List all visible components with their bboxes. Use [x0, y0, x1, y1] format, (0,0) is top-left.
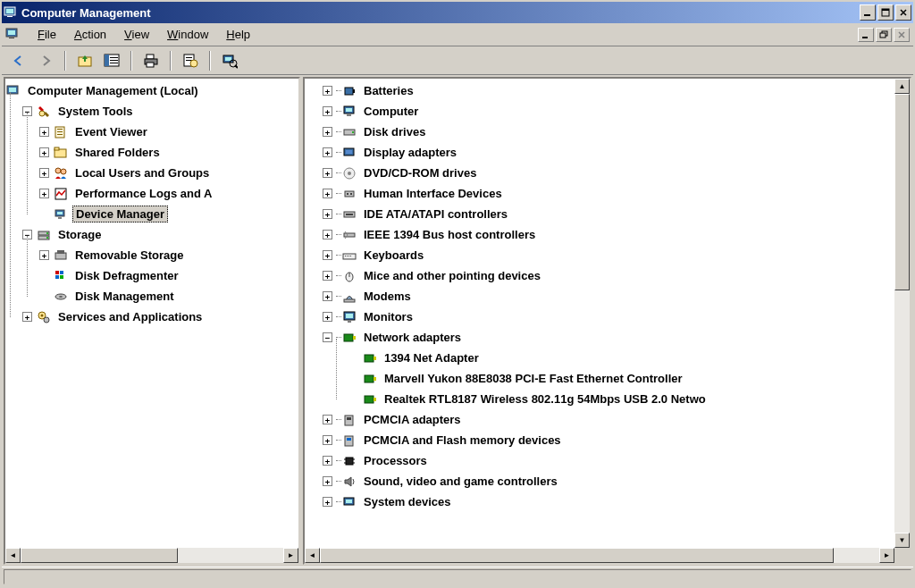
expand-icon[interactable]: +	[323, 86, 332, 96]
up-button[interactable]	[73, 49, 97, 72]
scroll-track[interactable]	[21, 548, 283, 563]
expand-icon[interactable]: +	[323, 312, 332, 322]
expand-icon[interactable]: +	[323, 230, 332, 239]
expand-icon[interactable]: +	[323, 189, 332, 198]
properties-button[interactable]	[179, 49, 202, 72]
dev-batteries[interactable]: + Batteries	[323, 80, 894, 101]
scroll-track[interactable]	[834, 548, 879, 563]
menu-action[interactable]: Action	[65, 25, 115, 44]
dev-monitors[interactable]: + Monitors	[323, 307, 894, 327]
left-scrollbar-h[interactable]: ◄ ►	[5, 548, 298, 563]
mdi-close-button[interactable]	[894, 28, 910, 42]
right-scrollbar-v[interactable]: ▲ ▼	[894, 79, 910, 548]
menu-view[interactable]: View	[115, 25, 158, 44]
expand-icon[interactable]: +	[39, 250, 49, 260]
svg-point-46	[46, 232, 48, 234]
scroll-right-button[interactable]: ►	[879, 548, 894, 563]
dev-ide[interactable]: + IDE ATA/ATAPI controllers	[323, 204, 894, 224]
dev-system-devices[interactable]: + System devices	[323, 491, 894, 512]
expand-icon[interactable]: +	[323, 147, 332, 157]
scan-hardware-button[interactable]	[218, 49, 241, 72]
expand-icon[interactable]: +	[323, 250, 332, 260]
dev-net1[interactable]: 1394 Net Adapter	[348, 348, 894, 368]
console-tree[interactable]: Computer Management (Local) − System Too…	[5, 79, 298, 548]
tree-label: System Tools	[55, 104, 136, 119]
expand-icon[interactable]: +	[39, 147, 49, 157]
device-tree[interactable]: + Batteries + Computer +	[305, 79, 894, 548]
dev-dvd[interactable]: + DVD/CD-ROM drives	[323, 163, 894, 183]
tree-system-tools[interactable]: − System Tools	[22, 101, 298, 122]
dev-ieee1394[interactable]: + IEEE 1394 Bus host controllers	[323, 224, 894, 245]
dev-modems[interactable]: + Modems	[323, 286, 894, 307]
expand-icon[interactable]: +	[323, 497, 332, 507]
svg-rect-94	[374, 398, 376, 401]
expand-icon[interactable]: +	[323, 291, 332, 301]
dev-hid[interactable]: + Human Interface Devices	[323, 183, 894, 204]
tree-services-apps[interactable]: + Services and Applications	[22, 307, 298, 327]
expand-icon[interactable]: +	[39, 127, 49, 137]
scroll-up-button[interactable]: ▲	[894, 79, 910, 94]
expand-icon[interactable]: +	[22, 312, 32, 322]
maximize-button[interactable]	[877, 4, 894, 21]
scroll-thumb[interactable]	[21, 548, 178, 563]
scroll-thumb[interactable]	[894, 94, 910, 290]
dev-display-adapters[interactable]: + Display adapters	[323, 142, 894, 163]
menu-help[interactable]: Help	[217, 25, 259, 44]
tree-disk-mgmt[interactable]: + Disk Management	[39, 286, 298, 307]
expand-icon[interactable]: +	[323, 456, 332, 466]
dev-keyboards[interactable]: + Keyboards	[323, 245, 894, 265]
dev-pcmcia[interactable]: + PCMCIA adapters	[323, 409, 894, 430]
tree-root[interactable]: Computer Management (Local)	[5, 80, 298, 101]
expand-icon[interactable]: +	[323, 435, 332, 445]
tree-removable-storage[interactable]: + Removable Storage	[39, 245, 298, 265]
print-button[interactable]	[139, 49, 163, 72]
right-scrollbar-h[interactable]: ◄ ►	[305, 548, 910, 563]
tree-event-viewer[interactable]: + Event Viewer	[39, 122, 298, 142]
tree-storage[interactable]: − Storage	[22, 224, 298, 245]
dev-processors[interactable]: + Processors	[323, 450, 894, 471]
scroll-track[interactable]	[894, 290, 910, 533]
keyboard-icon	[341, 248, 357, 264]
scroll-thumb[interactable]	[320, 548, 834, 563]
expand-icon[interactable]: +	[323, 106, 332, 116]
dev-computer[interactable]: + Computer	[323, 101, 894, 122]
expand-icon[interactable]: +	[323, 476, 332, 486]
close-button[interactable]	[895, 4, 911, 21]
scroll-right-button[interactable]: ►	[283, 548, 298, 563]
svg-rect-62	[346, 108, 352, 112]
tree-label: Shared Folders	[72, 145, 163, 160]
dev-mice[interactable]: + Mice and other pointing devices	[323, 265, 894, 286]
forward-button[interactable]	[34, 49, 57, 72]
tree-local-users[interactable]: + Local Users and Groups	[39, 163, 298, 183]
dev-net2[interactable]: Marvell Yukon 88E8038 PCI-E Fast Etherne…	[348, 368, 894, 389]
tree-device-manager[interactable]: + Device Manager	[39, 204, 298, 224]
mdi-restore-button[interactable]	[876, 28, 892, 42]
collapse-icon[interactable]: −	[323, 332, 332, 342]
expand-icon[interactable]: +	[323, 168, 332, 178]
tree-perf-logs[interactable]: + Performance Logs and A	[39, 183, 298, 204]
dev-sound[interactable]: + Sound, video and game controllers	[323, 471, 894, 491]
tree-shared-folders[interactable]: + Shared Folders	[39, 142, 298, 163]
menu-window[interactable]: Window	[158, 25, 217, 44]
expand-icon[interactable]: +	[39, 189, 49, 198]
expand-icon[interactable]: +	[323, 127, 332, 137]
menu-file[interactable]: File	[29, 25, 65, 44]
dev-network-adapters[interactable]: − Network adapters	[323, 327, 894, 348]
minimize-button[interactable]	[860, 4, 876, 21]
show-hide-tree-button[interactable]	[100, 49, 123, 72]
scroll-left-button[interactable]: ◄	[305, 548, 320, 563]
mdi-minimize-button[interactable]	[858, 28, 874, 42]
expand-icon[interactable]: +	[39, 168, 49, 178]
expand-icon[interactable]: +	[323, 415, 332, 424]
expand-icon[interactable]: +	[323, 209, 332, 219]
dev-pcmcia-flash[interactable]: + PCMCIA and Flash memory devices	[323, 430, 894, 450]
svg-rect-42	[57, 212, 63, 214]
tree-disk-defrag[interactable]: + Disk Defragmenter	[39, 265, 298, 286]
expand-icon[interactable]: +	[323, 271, 332, 281]
back-button[interactable]	[7, 49, 30, 72]
toolbar-separator	[130, 51, 132, 71]
scroll-left-button[interactable]: ◄	[5, 548, 21, 563]
dev-disk-drives[interactable]: + Disk drives	[323, 122, 894, 142]
scroll-down-button[interactable]: ▼	[894, 533, 910, 548]
dev-net3[interactable]: Realtek RTL8187 Wireless 802.11g 54Mbps …	[348, 389, 894, 409]
